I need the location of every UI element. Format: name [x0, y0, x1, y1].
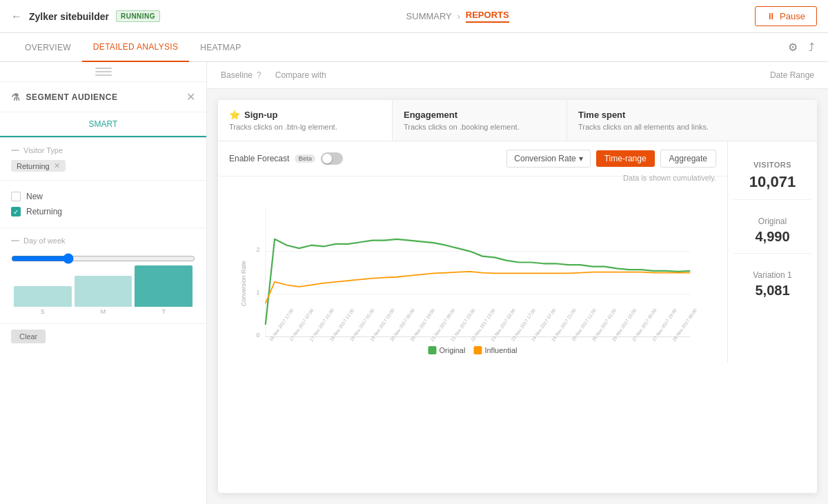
pause-icon: ⏸: [767, 11, 776, 21]
day-of-week-label: Day of week: [23, 236, 66, 245]
date-range-label: Date Range: [770, 70, 814, 80]
engagement-subtitle: Tracks clicks on .booking element.: [404, 123, 555, 131]
returning-label: Returning: [26, 207, 62, 216]
compare-label: Compare with: [275, 70, 326, 80]
visitors-value: 10,071: [733, 173, 811, 191]
pause-button[interactable]: ⏸ Pause: [755, 6, 817, 26]
tag-remove-icon[interactable]: ✕: [54, 161, 60, 170]
aggregate-button[interactable]: Aggregate: [660, 150, 716, 168]
legend-original: Original: [428, 346, 466, 354]
filter-icon[interactable]: ⚙: [788, 41, 798, 54]
signup-subtitle: Tracks clicks on .btn-lg element.: [229, 123, 381, 131]
smart-tab[interactable]: SMART: [0, 112, 206, 137]
timespent-subtitle: Tracks clicks on all elements and links.: [578, 123, 730, 131]
sidebar-close-icon[interactable]: ✕: [186, 90, 195, 103]
variation-label: Variation 1: [733, 270, 811, 280]
svg-text:0: 0: [256, 332, 259, 339]
bar-label-s: S: [41, 308, 45, 315]
back-arrow-icon[interactable]: ←: [11, 10, 22, 23]
time-range-button[interactable]: Time-range: [596, 150, 655, 167]
goal-tab-signup[interactable]: ⭐ Sign-up Tracks clicks on .btn-lg eleme…: [218, 100, 393, 141]
segment-title: SEGMENT AUDIENCE: [26, 92, 118, 102]
clear-button[interactable]: Clear: [11, 330, 46, 343]
drag-handle: [95, 68, 112, 76]
tab-overview[interactable]: OVERVIEW: [14, 33, 82, 62]
tab-detailed-analysis[interactable]: DETAILED ANALYSIS: [82, 33, 189, 62]
nav-reports[interactable]: REPORTS: [466, 10, 509, 23]
new-checkbox[interactable]: [11, 192, 21, 201]
share-icon[interactable]: ⤴: [809, 41, 814, 54]
legend-influential: Influential: [473, 346, 517, 354]
beta-badge: Beta: [295, 154, 315, 163]
svg-text:Conversion Rate: Conversion Rate: [240, 261, 247, 306]
new-label: New: [26, 192, 43, 201]
bar-label-t: T: [161, 308, 166, 315]
filter-sidebar-icon: ⚗: [11, 92, 21, 103]
dropdown-chevron-icon: ▾: [579, 154, 583, 163]
nav-chevron-icon: ›: [457, 12, 460, 21]
visitors-label: VISITORS: [733, 161, 811, 169]
baseline-label: Baseline: [221, 70, 253, 80]
baseline-help-icon: ?: [257, 70, 262, 80]
returning-checkbox[interactable]: ✓: [11, 207, 21, 216]
svg-text:1: 1: [256, 289, 259, 296]
enable-forecast-label: Enable Forecast: [229, 154, 289, 163]
original-label: Original: [733, 216, 811, 226]
svg-text:2: 2: [256, 246, 259, 253]
cumulative-note: Data is shown cumulatively.: [218, 174, 727, 182]
goal-tab-engagement[interactable]: Engagement Tracks clicks on .booking ele…: [393, 100, 567, 141]
visitor-type-label: Visitor Type: [23, 146, 63, 154]
bar-label-m: M: [101, 308, 106, 315]
original-value: 4,990: [733, 229, 811, 245]
signup-star-icon: ⭐: [229, 110, 240, 120]
variation-value: 5,081: [733, 283, 811, 299]
tab-heatmap[interactable]: HEATMAP: [189, 33, 252, 62]
metric-dropdown[interactable]: Conversion Rate ▾: [506, 150, 590, 168]
returning-tag[interactable]: Returning ✕: [11, 160, 66, 172]
nav-summary[interactable]: SUMMARY: [406, 11, 452, 21]
app-title: Zylker sitebuilder: [29, 11, 109, 22]
day-slider[interactable]: [11, 253, 195, 264]
goal-tab-timespent[interactable]: Time spent Tracks clicks on all elements…: [567, 100, 741, 141]
status-badge: RUNNING: [116, 10, 160, 22]
forecast-toggle-switch[interactable]: [321, 152, 343, 165]
